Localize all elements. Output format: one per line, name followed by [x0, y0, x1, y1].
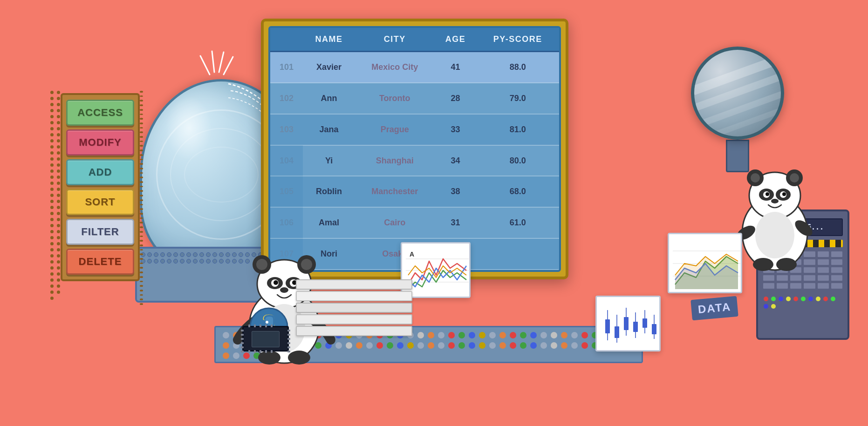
svg-point-39	[266, 321, 268, 324]
cell-age: 33	[434, 114, 476, 145]
col-header-score: PY-SCORE	[477, 28, 559, 52]
cell-age: 41	[434, 52, 476, 83]
svg-line-3	[224, 57, 233, 74]
svg-rect-57	[615, 326, 619, 338]
svg-point-32	[273, 280, 278, 285]
cell-city: Cairo	[355, 207, 434, 238]
col-header-age: AGE	[434, 28, 476, 52]
svg-line-1	[212, 51, 214, 72]
cell-name: Yi	[303, 145, 355, 176]
cell-name: Xavier	[303, 52, 355, 83]
filter-button[interactable]: FILTER	[66, 219, 134, 245]
svg-point-15	[782, 192, 786, 196]
candlestick-chart	[595, 296, 661, 352]
svg-point-14	[765, 192, 769, 196]
sort-button[interactable]: SORT	[66, 189, 134, 215]
access-button[interactable]: ACCESS	[66, 100, 134, 126]
cell-city: Manchester	[355, 176, 434, 207]
cell-age: 28	[434, 83, 476, 114]
chart-right	[668, 233, 742, 293]
col-header-name: NAME	[303, 28, 355, 52]
svg-point-16	[771, 199, 779, 203]
cell-score: 88.0	[477, 52, 559, 83]
svg-rect-63	[642, 318, 647, 328]
cell-age: 38	[434, 176, 476, 207]
left-panel: ACCESS MODIFY ADD SORT FILTER DELETE	[61, 93, 140, 281]
cell-score: 61.0	[477, 207, 559, 238]
cell-score: 81.0	[477, 114, 559, 145]
cell-age: 34	[434, 145, 476, 176]
svg-rect-59	[624, 317, 629, 330]
table-row: 104 Yi Shanghai 34 80.0	[270, 145, 559, 176]
cell-name: Roblin	[303, 176, 355, 207]
cell-id: 102	[270, 83, 303, 114]
scene: ACCESS MODIFY ADD SORT FILTER DELETE	[0, 0, 868, 426]
cell-id: 103	[270, 114, 303, 145]
svg-rect-61	[633, 322, 638, 332]
cell-id: 101	[270, 52, 303, 83]
svg-point-27	[301, 259, 312, 270]
col-header-city: CITY	[355, 28, 434, 52]
svg-point-26	[256, 259, 267, 270]
cell-age: 31	[434, 207, 476, 238]
cell-score	[477, 238, 559, 270]
cell-city: Mexico City	[355, 52, 434, 83]
data-card: DATA	[690, 296, 738, 320]
cell-name: Jana	[303, 114, 355, 145]
svg-point-8	[751, 173, 760, 183]
svg-point-21	[755, 212, 794, 258]
panel-dots-right	[140, 91, 150, 305]
cell-score: 80.0	[477, 145, 559, 176]
panel-dots-left	[50, 91, 61, 305]
table-row: 101 Xavier Mexico City 41 88.0	[270, 52, 559, 83]
cpu-chip	[242, 326, 289, 352]
cell-city: Shanghai	[355, 145, 434, 176]
svg-point-37	[288, 351, 310, 365]
cell-city: Toronto	[355, 83, 434, 114]
delete-button[interactable]: DELETE	[66, 249, 134, 275]
cell-id: 104	[270, 145, 303, 176]
col-header-id	[270, 28, 303, 52]
table-row: 105 Roblin Manchester 38 68.0	[270, 176, 559, 207]
svg-rect-65	[652, 324, 656, 334]
book-stack	[296, 279, 412, 338]
cell-score: 68.0	[477, 176, 559, 207]
svg-point-19	[753, 258, 773, 271]
cell-score: 79.0	[477, 83, 559, 114]
svg-point-34	[280, 287, 288, 293]
panel-frame: ACCESS MODIFY ADD SORT FILTER DELETE	[61, 93, 140, 281]
globe	[691, 47, 784, 140]
svg-point-9	[790, 173, 799, 183]
svg-text:A: A	[410, 250, 414, 258]
add-button[interactable]: ADD	[66, 159, 134, 185]
svg-rect-55	[605, 319, 610, 333]
svg-line-0	[200, 56, 210, 74]
svg-point-20	[776, 258, 797, 271]
modify-button[interactable]: MODIFY	[66, 129, 134, 156]
svg-line-2	[219, 52, 224, 72]
table-row: 103 Jana Prague 33 81.0	[270, 114, 559, 145]
cell-id: 105	[270, 176, 303, 207]
cell-name: Ann	[303, 83, 355, 114]
table-row: 102 Ann Toronto 28 79.0	[270, 83, 559, 114]
panda-right	[728, 140, 821, 289]
cell-city: Prague	[355, 114, 434, 145]
